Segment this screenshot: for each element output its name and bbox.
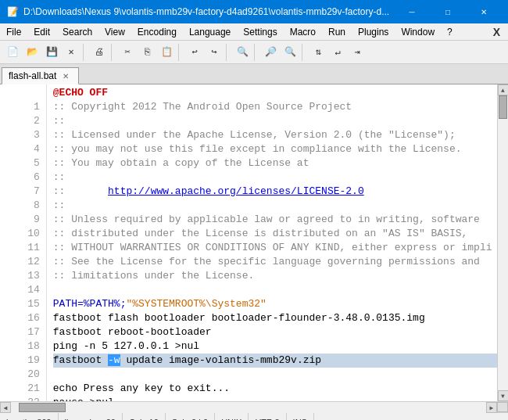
menu-search[interactable]: Search (56, 23, 98, 40)
cut-button[interactable]: ✂ (118, 43, 137, 62)
scroll-track-vertical[interactable] (498, 95, 508, 390)
menu-language[interactable]: Language (183, 23, 237, 40)
vertical-scrollbar[interactable]: ▲ ▼ (497, 84, 508, 401)
paste-button[interactable]: 📋 (157, 43, 176, 62)
window-controls: ─ □ ✕ (394, 0, 502, 23)
indent-button[interactable]: ⇥ (348, 43, 367, 62)
save-file-button[interactable]: 💾 (42, 43, 61, 62)
redo-button[interactable]: ↪ (205, 43, 224, 62)
tab-label: flash-all.bat (9, 70, 56, 81)
menu-macro[interactable]: Macro (284, 23, 322, 40)
scroll-right-button[interactable]: ▶ (486, 402, 497, 413)
open-file-button[interactable]: 📂 (23, 43, 41, 62)
close-file-button[interactable]: ✕ (62, 43, 80, 62)
menu-file[interactable]: File (0, 23, 27, 40)
menu-plugins[interactable]: Plugins (352, 23, 395, 40)
menu-view[interactable]: View (98, 23, 131, 40)
maximize-button[interactable]: □ (430, 0, 466, 23)
toolbar-separator-3 (178, 44, 183, 61)
close-window-button[interactable]: ✕ (466, 0, 502, 23)
status-length: length : 862 (3, 413, 59, 420)
menu-window[interactable]: Window (395, 23, 441, 40)
scroll-down-button[interactable]: ▼ (498, 390, 509, 401)
title-bar: 📝 D:\Downloads\Nexus 9\volantis-mmb29v-f… (0, 0, 508, 23)
print-button[interactable]: 🖨 (90, 43, 109, 62)
zoom-out-button[interactable]: 🔍 (281, 43, 299, 62)
undo-button[interactable]: ↩ (185, 43, 204, 62)
scroll-track-horizontal[interactable] (11, 402, 486, 413)
toolbar-separator-1 (83, 44, 88, 61)
status-encoding: UTF-8 (249, 413, 286, 420)
status-lines: lines : Ln : 20 (59, 413, 123, 420)
scroll-left-button[interactable]: ◀ (0, 402, 11, 413)
tab-close-button[interactable]: ✕ (61, 71, 70, 81)
zoom-in-button[interactable]: 🔎 (261, 43, 280, 62)
menu-bar: File Edit Search View Encoding Language … (0, 23, 508, 41)
app-icon: 📝 (6, 5, 19, 18)
toolbar-separator-6 (302, 44, 306, 61)
tab-bar: flash-all.bat ✕ (0, 64, 508, 84)
scroll-corner (497, 402, 508, 412)
close-editor-button[interactable]: X (485, 26, 508, 38)
status-col: Col : 10 (123, 413, 166, 420)
status-unix: UNIX (215, 413, 249, 420)
find-button[interactable]: 🔍 (233, 43, 252, 62)
menu-encoding[interactable]: Encoding (131, 23, 183, 40)
window-title: D:\Downloads\Nexus 9\volantis-mmb29v-fac… (23, 6, 394, 17)
toolbar-separator-5 (254, 44, 259, 61)
menu-run[interactable]: Run (322, 23, 352, 40)
scroll-thumb-horizontal[interactable] (19, 403, 66, 412)
horizontal-scrollbar-container: ◀ ▶ (0, 401, 508, 412)
toolbar: 📄 📂 💾 ✕ 🖨 ✂ ⎘ 📋 ↩ ↪ 🔍 🔎 🔍 ⇅ ↵ ⇥ (0, 41, 508, 64)
menu-help[interactable]: ? (441, 23, 459, 40)
code-editor[interactable]: @ECHO OFF :: Copyright 2012 The Android … (47, 84, 497, 401)
toolbar-separator-4 (226, 44, 231, 61)
file-tab[interactable]: flash-all.bat ✕ (2, 67, 79, 84)
new-file-button[interactable]: 📄 (3, 43, 22, 62)
status-ins: INS (287, 413, 314, 420)
minimize-button[interactable]: ─ (394, 0, 430, 23)
sync-scroll-button[interactable]: ⇅ (309, 43, 327, 62)
menu-edit[interactable]: Edit (27, 23, 56, 40)
status-bar: length : 862 lines : Ln : 20 Col : 10 Se… (0, 412, 508, 420)
editor-container: 1 2 3 4 5 6 7 8 9 10 11 12 13 14 15 16 1… (0, 84, 508, 401)
wrap-button[interactable]: ↵ (328, 43, 347, 62)
scroll-up-button[interactable]: ▲ (498, 84, 509, 95)
scroll-thumb-vertical[interactable] (499, 95, 507, 119)
menu-settings[interactable]: Settings (237, 23, 283, 40)
status-sel: Sel : 2 | 0 (166, 413, 215, 420)
status-lines-text: lines : Ln : 20 (65, 418, 116, 421)
copy-button[interactable]: ⎘ (138, 43, 156, 62)
line-numbers: 1 2 3 4 5 6 7 8 9 10 11 12 13 14 15 16 1… (0, 84, 47, 401)
toolbar-separator-2 (111, 44, 116, 61)
